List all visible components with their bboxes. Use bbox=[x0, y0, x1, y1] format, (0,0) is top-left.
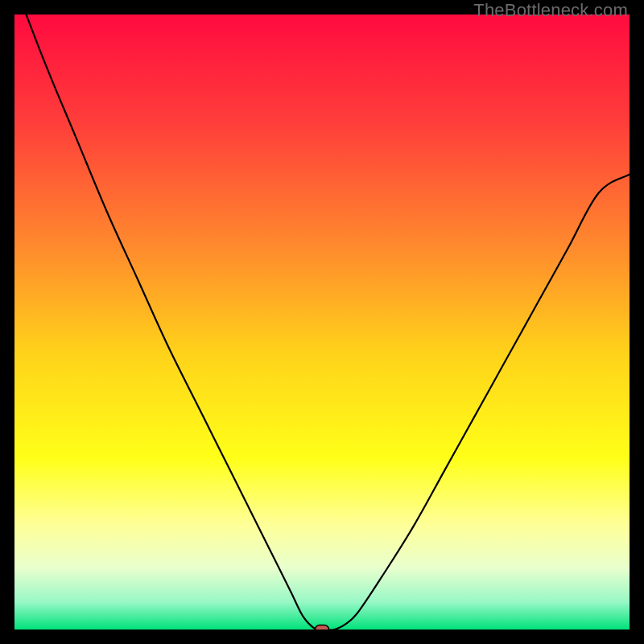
plot-area bbox=[14, 14, 630, 630]
plot-svg bbox=[14, 14, 630, 630]
watermark-text: TheBottleneck.com bbox=[473, 0, 628, 21]
marker-min-point bbox=[316, 625, 329, 630]
chart-frame: TheBottleneck.com bbox=[0, 0, 644, 644]
chart-background bbox=[14, 14, 630, 630]
